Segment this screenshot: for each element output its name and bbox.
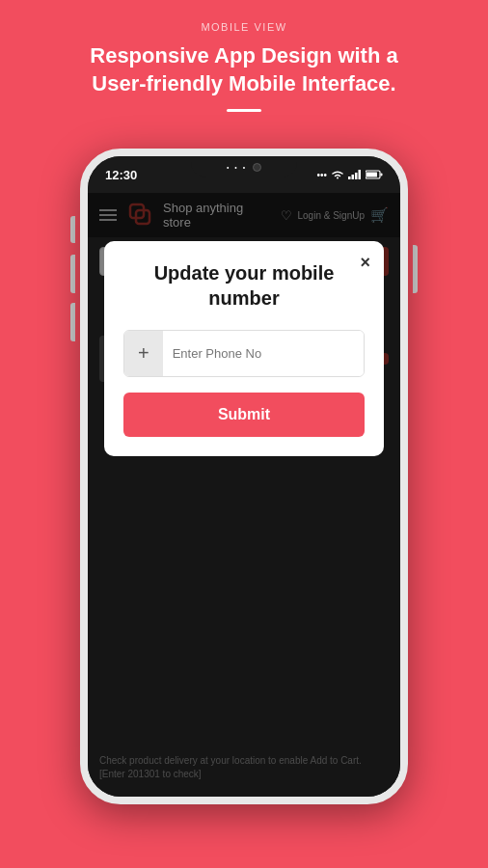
submit-button[interactable]: Submit (123, 393, 365, 437)
top-label-area: MOBILE VIEW (201, 21, 286, 33)
notch: • • • (191, 156, 297, 177)
headline: Responsive App Design with a User-friend… (70, 42, 418, 97)
svg-rect-5 (366, 173, 377, 177)
signal-dots-icon: ••• (316, 170, 327, 180)
svg-rect-2 (355, 173, 358, 179)
notch-dots: • • • (227, 164, 247, 171)
phone-side-button-left-mid (70, 255, 75, 293)
svg-rect-3 (359, 170, 362, 179)
phone-prefix-button[interactable]: + (124, 331, 163, 376)
phone-side-button-left-bot (70, 303, 75, 341)
battery-icon (366, 170, 383, 179)
status-bar: 12:30 • • • ••• (88, 156, 400, 193)
modal-box: × Update your mobile number + Submit (104, 241, 384, 456)
phone-content: Shop anything store ♡ Login & SignUp 🛒 S… (88, 193, 400, 797)
phone-number-input[interactable] (163, 331, 364, 376)
modal-close-button[interactable]: × (360, 253, 370, 273)
wifi-icon (331, 170, 344, 179)
headline-divider (227, 109, 261, 112)
phone-input-row: + (123, 330, 365, 377)
notch-camera (253, 163, 261, 172)
phone-side-button-left-top (70, 216, 75, 243)
signal-icon (348, 170, 362, 179)
status-icons: ••• (316, 170, 383, 180)
mobile-view-label: MOBILE VIEW (201, 21, 286, 33)
svg-rect-6 (381, 174, 383, 176)
svg-rect-0 (348, 176, 351, 179)
svg-rect-1 (352, 175, 355, 179)
modal-title: Update your mobile number (123, 260, 365, 311)
modal-overlay: × Update your mobile number + Submit (88, 193, 400, 797)
status-time: 12:30 (105, 168, 137, 182)
phone-frame: 12:30 • • • ••• (80, 149, 408, 804)
phone-side-button-right (413, 245, 418, 293)
